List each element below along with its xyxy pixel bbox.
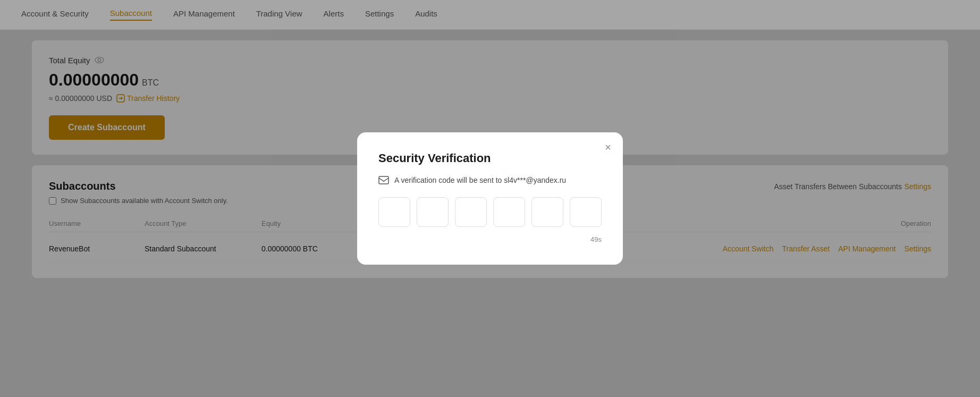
svg-rect-3 (379, 176, 388, 184)
otp-input-4[interactable] (493, 197, 525, 227)
otp-inputs (378, 197, 602, 227)
otp-input-5[interactable] (531, 197, 563, 227)
otp-timer: 49s (378, 235, 602, 243)
verification-info: A verification code will be sent to sl4v… (378, 176, 602, 184)
security-verification-modal: Security Verification × A verification c… (357, 132, 623, 265)
email-icon (378, 176, 389, 184)
otp-input-3[interactable] (455, 197, 487, 227)
otp-input-6[interactable] (570, 197, 602, 227)
modal-overlay[interactable]: Security Verification × A verification c… (0, 0, 980, 397)
verification-email-info: A verification code will be sent to sl4v… (394, 176, 566, 184)
otp-input-1[interactable] (378, 197, 410, 227)
modal-close-button[interactable]: × (605, 142, 611, 153)
modal-title: Security Verification (378, 151, 602, 165)
otp-input-2[interactable] (417, 197, 449, 227)
